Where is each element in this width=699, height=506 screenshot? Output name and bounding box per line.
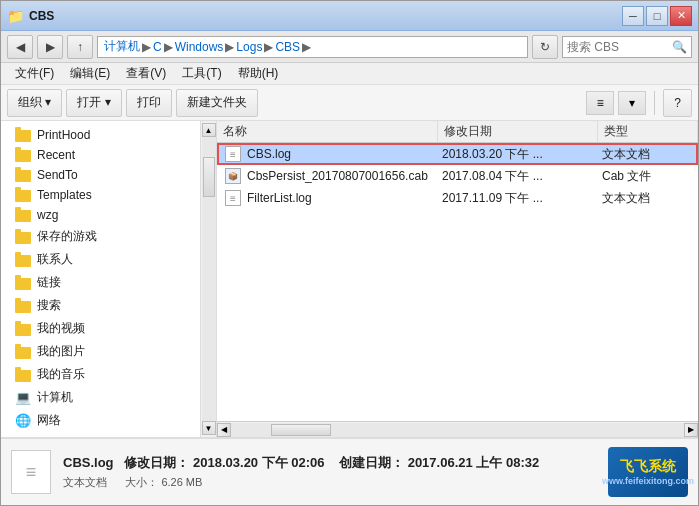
path-cbs[interactable]: CBS [275, 40, 300, 54]
table-row[interactable]: 📦 CbsPersist_20170807001656.cab 2017.08.… [217, 165, 698, 187]
table-row[interactable]: CBS.log 2018.03.20 下午 ... 文本文档 [217, 143, 698, 165]
col-header-name[interactable]: 名称 [217, 121, 438, 142]
sidebar-label-templates: Templates [37, 188, 92, 202]
minimize-button[interactable]: ─ [622, 6, 644, 26]
brand-sub-text: www.feifeixitong.com [602, 476, 694, 486]
hscroll-right-button[interactable]: ▶ [684, 423, 698, 437]
new-folder-button[interactable]: 新建文件夹 [176, 89, 258, 117]
brand-logo-sub: www.feifeixitong.com [602, 476, 694, 486]
status-create-label: 创建日期： [339, 455, 404, 470]
sidebar-scrollbar: ▲ ▼ [201, 121, 217, 437]
folder-icon [15, 278, 31, 290]
folder-icon [15, 150, 31, 162]
hscroll-left-button[interactable]: ◀ [217, 423, 231, 437]
status-modify-date: 2018.03.20 下午 02:06 [193, 455, 325, 470]
sidebar-label-wzg: wzg [37, 208, 58, 222]
folder-icon [15, 232, 31, 244]
sidebar-label-videos: 我的视频 [37, 320, 85, 337]
main-window: 📁 CBS ─ □ ✕ ◀ ▶ ↑ 计算机 ▶ C ▶ Windows ▶ Lo… [0, 0, 699, 506]
scroll-thumb[interactable] [203, 157, 215, 197]
sidebar-item-pictures[interactable]: 我的图片 [1, 340, 200, 363]
window-controls: ─ □ ✕ [622, 6, 692, 26]
sidebar-item-contacts[interactable]: 联系人 [1, 248, 200, 271]
col-header-date[interactable]: 修改日期 [438, 121, 598, 142]
folder-icon [15, 370, 31, 382]
status-file-icon [11, 450, 51, 494]
status-modify-label: 修改日期： [124, 455, 189, 470]
sidebar-item-search[interactable]: 搜索 [1, 294, 200, 317]
sidebar-label-links: 链接 [37, 274, 61, 291]
folder-icon [15, 130, 31, 142]
menu-view[interactable]: 查看(V) [118, 63, 174, 84]
menu-edit[interactable]: 编辑(E) [62, 63, 118, 84]
path-computer[interactable]: 计算机 [104, 38, 140, 55]
window-icon: 📁 [7, 8, 23, 24]
window-title: CBS [29, 9, 54, 23]
address-bar: ◀ ▶ ↑ 计算机 ▶ C ▶ Windows ▶ Logs ▶ CBS ▶ ↻… [1, 31, 698, 63]
sidebar-item-templates[interactable]: Templates [1, 185, 200, 205]
folder-icon [15, 255, 31, 267]
folder-icon [15, 301, 31, 313]
menu-tools[interactable]: 工具(T) [174, 63, 229, 84]
col-header-type[interactable]: 类型 [598, 121, 698, 142]
menu-bar: 文件(F) 编辑(E) 查看(V) 工具(T) 帮助(H) [1, 63, 698, 85]
sidebar-label-music: 我的音乐 [37, 366, 85, 383]
view-list-button[interactable]: ≡ [586, 91, 614, 115]
view-dropdown-button[interactable]: ▾ [618, 91, 646, 115]
sidebar-item-recent[interactable]: Recent [1, 145, 200, 165]
file-name-label: FilterList.log [247, 191, 312, 205]
status-details: 文本文档 大小： 6.26 MB [63, 475, 596, 490]
sidebar-item-videos[interactable]: 我的视频 [1, 317, 200, 340]
file-date-cell: 2017.11.09 下午 ... [436, 190, 596, 207]
sidebar-item-saved-games[interactable]: 保存的游戏 [1, 225, 200, 248]
file-list-area: 名称 修改日期 类型 CBS.log 2018.03.20 下午 ... 文本文… [217, 121, 698, 437]
sidebar-item-network[interactable]: 🌐 网络 [1, 409, 200, 432]
organize-button[interactable]: 组织 ▾ [7, 89, 62, 117]
status-bar: CBS.log 修改日期： 2018.03.20 下午 02:06 创建日期： … [1, 437, 698, 505]
main-area: PrintHood Recent SendTo Templates wzg 保存… [1, 121, 698, 437]
address-path[interactable]: 计算机 ▶ C ▶ Windows ▶ Logs ▶ CBS ▶ [97, 36, 528, 58]
up-button[interactable]: ↑ [67, 35, 93, 59]
path-c[interactable]: C [153, 40, 162, 54]
folder-icon [15, 324, 31, 336]
sidebar-item-printhood[interactable]: PrintHood [1, 125, 200, 145]
sidebar-item-links[interactable]: 链接 [1, 271, 200, 294]
file-icon-log [225, 146, 241, 162]
file-name-cell: CBS.log [219, 146, 436, 162]
sidebar-label-computer: 计算机 [37, 389, 73, 406]
scroll-up-button[interactable]: ▲ [202, 123, 216, 137]
folder-icon [15, 190, 31, 202]
refresh-button[interactable]: ↻ [532, 35, 558, 59]
forward-button[interactable]: ▶ [37, 35, 63, 59]
sidebar-item-wzg[interactable]: wzg [1, 205, 200, 225]
help-button[interactable]: ? [663, 89, 692, 117]
sidebar-item-computer[interactable]: 💻 计算机 [1, 386, 200, 409]
path-logs[interactable]: Logs [236, 40, 262, 54]
search-input[interactable] [567, 40, 672, 54]
search-box[interactable]: 🔍 [562, 36, 692, 58]
file-name-label: CBS.log [247, 147, 291, 161]
sidebar-item-music[interactable]: 我的音乐 [1, 363, 200, 386]
print-button[interactable]: 打印 [126, 89, 172, 117]
file-name-cell: FilterList.log [219, 190, 436, 206]
sidebar-item-sendto[interactable]: SendTo [1, 165, 200, 185]
close-button[interactable]: ✕ [670, 6, 692, 26]
file-name-label: CbsPersist_20170807001656.cab [247, 169, 428, 183]
scroll-down-button[interactable]: ▼ [202, 421, 216, 435]
title-bar: 📁 CBS ─ □ ✕ [1, 1, 698, 31]
table-row[interactable]: FilterList.log 2017.11.09 下午 ... 文本文档 [217, 187, 698, 209]
menu-help[interactable]: 帮助(H) [230, 63, 287, 84]
status-create-date: 2017.06.21 上午 08:32 [408, 455, 540, 470]
file-type-cell: 文本文档 [596, 146, 696, 163]
hscroll-thumb[interactable] [271, 424, 331, 436]
back-button[interactable]: ◀ [7, 35, 33, 59]
status-size-value: 6.26 MB [161, 476, 202, 488]
path-windows[interactable]: Windows [175, 40, 224, 54]
sidebar-label-recent: Recent [37, 148, 75, 162]
sidebar-label-printhood: PrintHood [37, 128, 90, 142]
open-button[interactable]: 打开 ▾ [66, 89, 121, 117]
menu-file[interactable]: 文件(F) [7, 63, 62, 84]
maximize-button[interactable]: □ [646, 6, 668, 26]
search-icon: 🔍 [672, 40, 687, 54]
sidebar-label-contacts: 联系人 [37, 251, 73, 268]
